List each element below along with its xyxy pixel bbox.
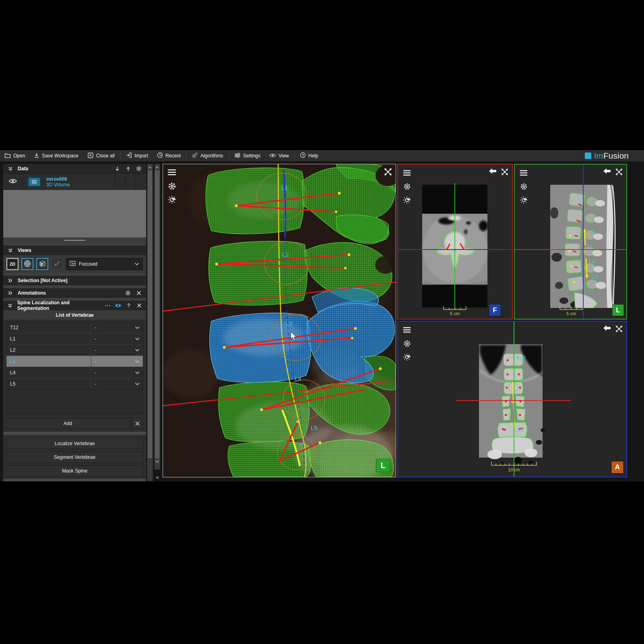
view-button[interactable]: View — [265, 150, 293, 161]
view-mode-2d-button[interactable]: 2D — [6, 258, 19, 270]
gear-icon[interactable] — [519, 182, 528, 191]
move-down-icon[interactable] — [114, 165, 121, 172]
gear-icon[interactable] — [402, 182, 412, 191]
vertebra-value: - — [95, 359, 96, 364]
scale-label: 10 cm — [508, 467, 520, 472]
close-all-button[interactable]: Close all — [83, 150, 119, 161]
panel-resize-handle[interactable] — [3, 237, 146, 243]
visibility-eye-icon[interactable] — [115, 302, 122, 309]
brightness-icon[interactable] — [402, 195, 412, 205]
maximize-icon[interactable] — [501, 168, 509, 178]
view-mode-3d-button[interactable]: 3D — [36, 258, 48, 270]
svg-text:3D: 3D — [40, 263, 44, 266]
viewport-menu-icon[interactable] — [402, 168, 412, 178]
vertebra-value: - — [95, 336, 96, 342]
localize-vertebrae-button[interactable]: Localize Vertebrae — [6, 438, 143, 449]
gear-icon[interactable] — [402, 339, 412, 348]
move-up-icon[interactable] — [124, 165, 132, 172]
data-list-item-verse008[interactable]: verse008 3D Volume — [3, 173, 146, 190]
svg-text:L1: L1 — [281, 184, 288, 191]
vertebra-value-dropdown[interactable]: - — [91, 333, 143, 344]
vertebra-row-l3-selected[interactable]: L3 - — [6, 356, 143, 367]
viewport-menu-icon[interactable] — [519, 168, 528, 178]
views-panel-title: Views — [18, 248, 31, 253]
vertebra-row-l4[interactable]: L4 - — [6, 367, 143, 378]
algorithms-button[interactable]: Algorithms — [187, 150, 228, 161]
vertebra-row-l1[interactable]: L1 - — [6, 333, 143, 345]
vertical-scrollbar[interactable] — [147, 164, 153, 481]
vertebra-value-dropdown[interactable]: - — [91, 345, 143, 355]
settings-button[interactable]: Settings — [230, 150, 265, 161]
brightness-icon[interactable] — [402, 352, 412, 362]
data-panel-title: Data — [18, 166, 28, 171]
svg-text:L5: L5 — [517, 426, 524, 433]
vertical-scrollbar-2[interactable] — [154, 164, 160, 470]
undo-arrow-icon[interactable] — [603, 325, 611, 334]
remove-vertebra-button[interactable] — [132, 418, 143, 429]
maximize-icon[interactable] — [615, 325, 623, 334]
viewport-axial[interactable]: 5 cm F — [397, 164, 513, 320]
overflow-menu-icon[interactable]: ··· — [105, 302, 111, 309]
views-panel-header[interactable]: Views — [3, 246, 146, 255]
viewport-coronal[interactable]: T12 L5 10 cm A — [397, 321, 627, 477]
vertebra-row-l5[interactable]: L5 - — [6, 378, 143, 389]
spine-panel-header[interactable]: Spine Localization and Segmentation ··· … — [3, 301, 146, 310]
viewport-menu-icon[interactable] — [402, 325, 412, 334]
recent-button[interactable]: Recent — [153, 150, 185, 161]
gear-icon[interactable] — [135, 165, 142, 172]
scrollbar-thumb[interactable] — [155, 171, 159, 458]
undo-arrow-icon[interactable] — [489, 168, 497, 178]
close-icon[interactable] — [136, 302, 142, 309]
open-button[interactable]: Open — [0, 150, 29, 161]
section-divider — [3, 432, 146, 436]
mouse-cursor — [290, 332, 297, 343]
brightness-icon[interactable] — [167, 195, 177, 204]
segment-vertebrae-button[interactable]: Segment Vertebrae — [6, 452, 143, 463]
scroll-down-arrow[interactable] — [155, 458, 160, 464]
collapse-sidebar-button[interactable]: « — [155, 473, 160, 481]
viewport-3d-main[interactable]: L1 L2 L3 L4 L5 L — [163, 164, 396, 477]
viewport-sagittal[interactable]: L2 L3 L4 L5 5 cm L — [514, 164, 627, 320]
open-label: Open — [13, 153, 25, 159]
vertebra-row-l2[interactable]: L2 - — [6, 345, 143, 356]
maximize-icon[interactable] — [384, 167, 392, 178]
viewport-menu-icon[interactable] — [167, 167, 177, 177]
toolbar-separator — [120, 152, 120, 160]
vertebra-value-dropdown[interactable]: - — [91, 322, 143, 333]
help-icon[interactable]: ? — [125, 302, 132, 309]
help-button[interactable]: ? Help — [295, 150, 323, 161]
import-button[interactable]: Import — [121, 150, 153, 161]
3d-scene: L1 L2 L3 L4 L5 — [163, 164, 396, 477]
gear-icon[interactable] — [124, 289, 132, 297]
maximize-icon[interactable] — [615, 168, 623, 178]
vertebra-row-t12[interactable]: T12 - — [6, 322, 143, 333]
annotations-panel-header[interactable]: Annotations — [3, 288, 146, 298]
spine-panel-body: List of Vertebrae T12 - L1 - L2 - — [3, 310, 146, 481]
brightness-icon[interactable] — [519, 195, 528, 205]
visibility-toggle[interactable] — [3, 174, 23, 190]
svg-text:L2: L2 — [282, 251, 289, 258]
view-mode-sphere-button[interactable] — [21, 258, 33, 270]
scroll-up-arrow[interactable] — [155, 164, 160, 170]
gear-icon[interactable] — [167, 181, 177, 191]
layout-select[interactable]: Focused — [66, 258, 143, 270]
save-workspace-button[interactable]: Save Workspace — [29, 150, 83, 161]
mask-spine-button[interactable]: Mask Spine — [6, 465, 143, 477]
settings-label: Settings — [243, 153, 260, 159]
gears-icon — [192, 152, 198, 160]
scroll-up-arrow[interactable] — [147, 164, 153, 170]
view-mode-plot-button[interactable] — [51, 258, 63, 270]
add-vertebra-button[interactable]: Add — [6, 418, 130, 429]
data-panel-header[interactable]: Data — [3, 164, 146, 173]
vertebra-value-dropdown[interactable]: - — [91, 367, 143, 378]
chevron-double-right-icon — [7, 289, 14, 297]
undo-arrow-icon[interactable] — [603, 168, 611, 178]
vertebra-value-dropdown[interactable]: - — [91, 356, 143, 367]
vertebra-value-dropdown[interactable]: - — [91, 378, 143, 389]
scatter-plot-icon — [54, 260, 61, 268]
selection-panel-header[interactable]: Selection [Not Active] — [3, 276, 146, 285]
svg-text:L3: L3 — [587, 244, 592, 250]
scrollbar-thumb[interactable] — [148, 171, 152, 458]
vertebra-label: T12 — [6, 322, 91, 333]
close-icon[interactable] — [135, 289, 142, 297]
